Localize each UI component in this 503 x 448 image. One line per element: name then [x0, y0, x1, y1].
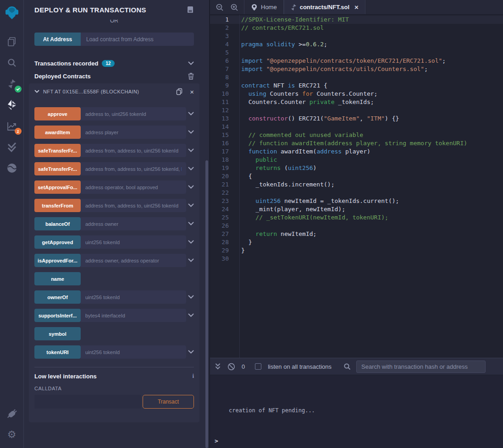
close-tab-icon[interactable]: × — [354, 3, 359, 11]
code-line[interactable]: 16 // function awardItem(address player,… — [210, 139, 503, 148]
at-address-button[interactable]: At Address — [34, 33, 81, 46]
code-line[interactable]: 13 constructor() ERC721("GameItem", "ITM… — [210, 115, 503, 123]
chevron-down-icon[interactable] — [187, 295, 194, 299]
code-line[interactable]: 26 — [210, 222, 503, 230]
function-button[interactable]: symbol — [34, 327, 81, 340]
chevron-down-icon[interactable] — [187, 258, 194, 262]
function-button[interactable]: isApprovedFor... — [34, 254, 81, 267]
code-line[interactable]: 2// contracts/ERC721.sol — [210, 24, 503, 32]
function-args-input[interactable] — [81, 217, 186, 230]
code-line[interactable]: 6import "@openzeppelin/contracts/token/E… — [210, 57, 503, 65]
code-line[interactable]: 7import "@openzeppelin/contracts/utils/C… — [210, 65, 503, 73]
panel-scrollbar[interactable] — [205, 160, 208, 448]
code-line[interactable]: 14 — [210, 123, 503, 131]
code-line[interactable]: 17 function awardItem(address player) — [210, 148, 503, 156]
expand-terminal-icon[interactable] — [215, 363, 221, 370]
function-button[interactable]: awardItem — [34, 126, 81, 139]
deploy-run-icon[interactable] — [5, 98, 19, 112]
chevron-down-icon[interactable] — [187, 148, 194, 153]
chevron-down-icon[interactable] — [187, 167, 194, 171]
zoom-out-icon[interactable] — [216, 3, 224, 11]
function-button[interactable]: safeTransferFr... — [34, 162, 81, 175]
code-line[interactable]: 10 using Counters for Counters.Counter; — [210, 90, 503, 98]
function-args-input[interactable] — [81, 180, 186, 194]
code-line[interactable]: 21 _tokenIds.increment(); — [210, 180, 503, 189]
clear-console-icon[interactable] — [227, 363, 235, 371]
code-line[interactable]: 3 — [210, 32, 503, 40]
doc-link-icon[interactable] — [187, 5, 194, 14]
listen-all-checkbox[interactable] — [255, 363, 261, 370]
file-explorer-icon[interactable] — [5, 35, 19, 49]
code-line[interactable]: 20 { — [210, 172, 503, 180]
settings-icon[interactable]: ⚙ — [5, 428, 19, 442]
code-line[interactable]: 19 returns (uint256) — [210, 164, 503, 172]
chevron-down-icon[interactable] — [187, 203, 194, 208]
code-line[interactable]: 29} — [210, 246, 503, 255]
function-button[interactable]: approve — [34, 107, 81, 120]
chevron-down-icon[interactable] — [187, 350, 194, 354]
function-button[interactable]: setApprovalFo... — [34, 180, 81, 194]
function-args-input[interactable] — [81, 144, 186, 157]
chevron-down-icon[interactable] — [187, 112, 194, 116]
function-button[interactable]: ownerOf — [34, 290, 81, 304]
chevron-down-icon[interactable] — [34, 90, 39, 93]
function-args-input[interactable] — [81, 126, 186, 139]
chevron-down-icon[interactable] — [188, 61, 194, 66]
search-icon[interactable] — [5, 56, 19, 70]
sourcify-icon[interactable] — [5, 161, 19, 175]
code-line[interactable]: 22 — [210, 189, 503, 197]
code-line[interactable]: 1//SPDX-License-Identifier: MIT — [210, 16, 503, 24]
zoom-in-icon[interactable] — [230, 3, 238, 11]
code-line[interactable]: 4pragma solidity >=0.6.2; — [210, 40, 503, 49]
function-args-input[interactable] — [81, 162, 186, 175]
function-button[interactable]: getApproved — [34, 235, 81, 249]
function-button[interactable]: transferFrom — [34, 199, 81, 212]
function-args-input[interactable] — [81, 235, 186, 249]
unit-testing-icon[interactable] — [5, 140, 19, 154]
code-line[interactable]: 15 // commented out unused variable — [210, 131, 503, 139]
copy-address-icon[interactable] — [176, 88, 182, 95]
code-line[interactable]: 12 — [210, 106, 503, 115]
code-line[interactable]: 11 Counters.Counter private _tokenIds; — [210, 98, 503, 106]
function-button[interactable]: balanceOf — [34, 217, 81, 230]
chevron-down-icon[interactable] — [187, 222, 194, 226]
code-line[interactable]: 25 // _setTokenURI(newItemId, tokenURI); — [210, 213, 503, 222]
chevron-down-icon[interactable] — [187, 313, 194, 317]
function-button[interactable]: safeTransferFr... — [34, 144, 81, 157]
terminal-search-input[interactable] — [356, 361, 486, 373]
function-button[interactable]: name — [34, 272, 81, 285]
function-args-input[interactable] — [81, 199, 186, 212]
code-line[interactable]: 5 — [210, 49, 503, 57]
function-button[interactable]: tokenURI — [34, 345, 81, 359]
tab-home[interactable]: Home — [244, 0, 284, 14]
function-args-input[interactable] — [81, 345, 186, 359]
chevron-down-icon[interactable] — [187, 130, 194, 134]
function-args-input[interactable] — [81, 309, 186, 322]
plugin-manager-icon[interactable] — [5, 407, 19, 421]
function-args-input[interactable] — [81, 254, 186, 267]
code-line[interactable]: 18 public — [210, 156, 503, 164]
terminal[interactable]: creation of NFT pending... > — [210, 375, 503, 448]
remix-logo[interactable] — [3, 4, 21, 21]
close-contract-icon[interactable]: × — [190, 88, 194, 95]
code-line[interactable]: 8 — [210, 73, 503, 82]
at-address-input[interactable] — [81, 33, 194, 46]
code-line[interactable]: 28 } — [210, 238, 503, 246]
tab-contracts-nft-sol[interactable]: contracts/NFT.sol × — [284, 0, 365, 14]
transact-button[interactable]: Transact — [143, 395, 194, 409]
function-button[interactable]: supportsInterf... — [34, 309, 81, 322]
static-analysis-icon[interactable]: 1 — [5, 119, 19, 133]
solidity-compiler-icon[interactable] — [5, 77, 19, 91]
chevron-down-icon[interactable] — [187, 185, 194, 189]
function-args-input[interactable] — [81, 290, 186, 304]
code-line[interactable]: 27 return newItemId; — [210, 230, 503, 238]
function-args-input[interactable] — [81, 107, 186, 120]
code-line[interactable]: 23 uint256 newItemId = _tokenIds.current… — [210, 197, 503, 205]
chevron-down-icon[interactable] — [187, 240, 194, 244]
code-line[interactable]: 30 — [210, 255, 503, 263]
info-icon[interactable]: i — [192, 372, 194, 380]
code-line[interactable]: 9contract NFT is ERC721 { — [210, 82, 503, 90]
code-editor[interactable]: 1//SPDX-License-Identifier: MIT2// contr… — [210, 15, 503, 358]
code-line[interactable]: 24 _mint(player, newItemId); — [210, 205, 503, 213]
calldata-input[interactable] — [34, 395, 141, 409]
